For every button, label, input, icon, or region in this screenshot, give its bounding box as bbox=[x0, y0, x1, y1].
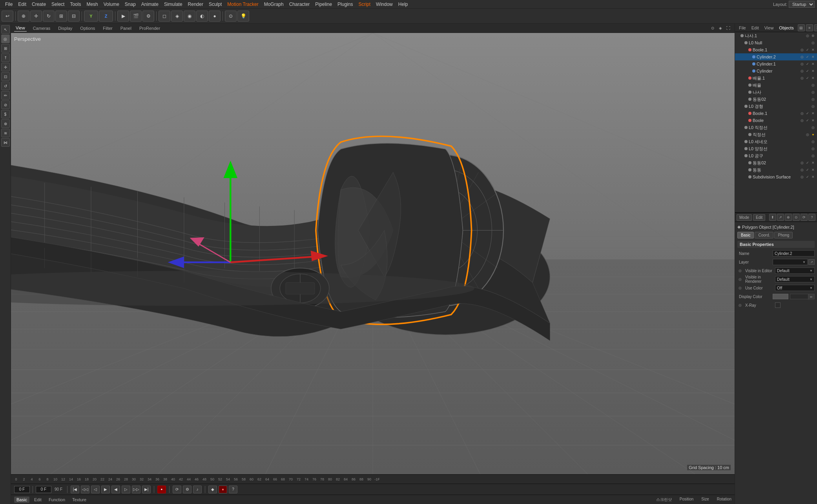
render-icon[interactable]: ✓ bbox=[805, 160, 810, 165]
cross-icon[interactable]: ✕ bbox=[811, 55, 815, 59]
tree-item-cylinder2[interactable]: Cylinder.2 ◎ ✓ ✕ bbox=[735, 53, 817, 60]
menu-animate[interactable]: Animate bbox=[139, 1, 161, 8]
z-axis-btn[interactable]: Z bbox=[99, 11, 113, 22]
tree-item-cylinder1[interactable]: Cylinder.1 ◎ ✓ ✕ bbox=[735, 60, 817, 67]
loop-btn[interactable]: ⟳ bbox=[173, 486, 181, 493]
visible-icon[interactable]: ◎ bbox=[811, 90, 815, 95]
vp-tab-view[interactable]: View bbox=[14, 25, 27, 32]
prop-tab-basic[interactable]: Basic bbox=[737, 232, 754, 238]
rph-tab-edit[interactable]: Edit bbox=[750, 25, 760, 31]
tree-item-dongdong[interactable]: 동동 ◎ ✓ ✕ bbox=[735, 166, 817, 173]
snap-btn[interactable]: ⊙ bbox=[225, 11, 237, 22]
layout-dropdown[interactable]: Startup bbox=[789, 1, 815, 8]
menu-window[interactable]: Window bbox=[373, 1, 396, 8]
render-icon[interactable]: ✓ bbox=[805, 167, 810, 172]
vp-icon-2[interactable]: ◈ bbox=[717, 25, 724, 31]
render-icon[interactable]: ✓ bbox=[805, 55, 810, 59]
lock-icon[interactable]: ⊕ bbox=[811, 33, 815, 38]
record-button[interactable]: ● bbox=[157, 486, 166, 493]
visible-icon[interactable]: ◎ bbox=[811, 83, 815, 87]
tool-pen[interactable]: ✏ bbox=[1, 91, 10, 100]
prop-tab-coord[interactable]: Coord. bbox=[755, 232, 773, 238]
menu-help[interactable]: Help bbox=[396, 1, 411, 8]
prev-frame-btn[interactable]: ◁ bbox=[91, 486, 100, 493]
mode-icon-2[interactable]: ↗ bbox=[777, 214, 784, 221]
visible-icon[interactable]: ◎ bbox=[811, 125, 815, 130]
y-axis-btn[interactable]: Y bbox=[84, 11, 98, 22]
tree-item-jikjeong[interactable]: 직정선 ◎ ● bbox=[735, 131, 817, 138]
wireframe-btn[interactable]: ◈ bbox=[171, 11, 183, 22]
prop-value-name[interactable]: Cylinder.2 bbox=[773, 250, 815, 257]
bottom-tab-texture[interactable]: Texture bbox=[70, 497, 89, 503]
menu-sculpt[interactable]: Sculpt bbox=[206, 1, 224, 8]
rph-tab-objects[interactable]: Objects bbox=[777, 25, 795, 31]
tree-item-l0-saeneo[interactable]: L0 세네오 ◎ bbox=[735, 138, 817, 145]
tree-item-l0-gyeonghyeong[interactable]: L0 경형 ◎ bbox=[735, 103, 817, 110]
cross-icon[interactable]: ✕ bbox=[811, 118, 815, 123]
tool-mirror[interactable]: ⋈ bbox=[1, 138, 10, 147]
menu-tools[interactable]: Tools bbox=[67, 1, 84, 8]
visible-icon[interactable]: ◎ bbox=[800, 69, 804, 73]
visible-icon[interactable]: ◎ bbox=[800, 167, 804, 172]
tree-item-booleb[interactable]: Boole ◎ ✓ ✕ bbox=[735, 117, 817, 124]
menu-mograph[interactable]: MoGraph bbox=[261, 1, 286, 8]
menu-character[interactable]: Character bbox=[286, 1, 313, 8]
cross-icon[interactable]: ✕ bbox=[811, 62, 815, 66]
visible-icon[interactable]: ◎ bbox=[800, 47, 804, 52]
phong-btn[interactable]: ● bbox=[209, 11, 221, 22]
bottom-tab-create[interactable]: Basic bbox=[14, 497, 29, 503]
tool-scale[interactable]: ⊡ bbox=[1, 72, 10, 81]
tree-item-boole1b[interactable]: Boole.1 ◎ ✓ ✕ bbox=[735, 110, 817, 117]
tool-pointer[interactable]: ↖ bbox=[1, 25, 10, 34]
undo-button[interactable]: ↩ bbox=[2, 11, 13, 22]
menu-create[interactable]: Create bbox=[29, 1, 49, 8]
render-icon[interactable]: ✓ bbox=[805, 111, 810, 116]
tool-magnet[interactable]: ⊛ bbox=[1, 119, 10, 128]
menu-volume[interactable]: Volume bbox=[101, 1, 122, 8]
prop-value-layer[interactable]: ▼ bbox=[773, 259, 808, 265]
key-btn[interactable]: ◆ bbox=[208, 486, 217, 493]
texture-btn[interactable]: ◉ bbox=[184, 11, 195, 22]
vp-tab-panel[interactable]: Panel bbox=[119, 25, 133, 31]
menu-file[interactable]: File bbox=[2, 1, 15, 8]
rph-icon-filter[interactable]: ▤ bbox=[798, 24, 805, 31]
prop-value-use-color[interactable]: Off ▼ bbox=[775, 285, 815, 291]
visible-icon[interactable]: ◎ bbox=[800, 160, 804, 165]
render-icon[interactable]: ✓ bbox=[805, 47, 810, 52]
menu-motion-tracker[interactable]: Motion Tracker bbox=[224, 1, 261, 8]
mode-icon-1[interactable]: ⬆ bbox=[769, 214, 776, 221]
next-keyframe-btn[interactable]: ▷▷ bbox=[132, 486, 140, 493]
fps-start-input[interactable] bbox=[36, 486, 51, 493]
tree-item-l0-jikjeong[interactable]: L0 직정선 ◎ bbox=[735, 124, 817, 131]
visible-icon[interactable]: ◎ bbox=[811, 40, 815, 45]
move-tool[interactable]: ✛ bbox=[30, 11, 42, 22]
rph-icon-layers[interactable]: ≡ bbox=[806, 24, 813, 31]
visible-icon[interactable]: ◎ bbox=[800, 175, 804, 179]
prev-keyframe-btn[interactable]: ◁◁ bbox=[81, 486, 89, 493]
tool-live-select[interactable]: ◎ bbox=[1, 35, 10, 43]
vp-icon-1[interactable]: ⊙ bbox=[709, 25, 716, 31]
vp-tab-prorender[interactable]: ProRender bbox=[138, 25, 162, 31]
light-btn[interactable]: 💡 bbox=[237, 11, 249, 22]
rotate-tool[interactable]: ↻ bbox=[43, 11, 55, 22]
cross-icon[interactable]: ✕ bbox=[811, 160, 815, 165]
viewport[interactable]: Perspective bbox=[11, 33, 735, 474]
tool-knife[interactable]: ⊘ bbox=[1, 100, 10, 109]
transform-tool[interactable]: ⊟ bbox=[68, 11, 80, 22]
visible-icon[interactable]: ◎ bbox=[805, 33, 810, 38]
menu-mesh[interactable]: Mesh bbox=[84, 1, 100, 8]
help-btn[interactable]: ? bbox=[229, 486, 237, 493]
rph-tab-file[interactable]: File bbox=[737, 25, 748, 31]
settings-btn[interactable]: ⚙ bbox=[183, 486, 191, 493]
render-icon[interactable]: ✓ bbox=[805, 62, 810, 66]
menu-edit[interactable]: Edit bbox=[15, 1, 29, 8]
cross-icon[interactable]: ✕ bbox=[811, 76, 815, 80]
prop-value-visible-renderer[interactable]: Default ▼ bbox=[775, 276, 815, 282]
display-color-edit[interactable]: ✏ bbox=[808, 294, 814, 300]
auto-key-btn[interactable]: ● bbox=[219, 486, 227, 493]
xray-checkbox[interactable] bbox=[775, 302, 781, 308]
visible-icon[interactable]: ◎ bbox=[811, 146, 815, 151]
current-frame-input[interactable] bbox=[14, 486, 30, 493]
visible-icon[interactable]: ◎ bbox=[811, 139, 815, 144]
scale-tool[interactable]: ⊞ bbox=[55, 11, 67, 22]
